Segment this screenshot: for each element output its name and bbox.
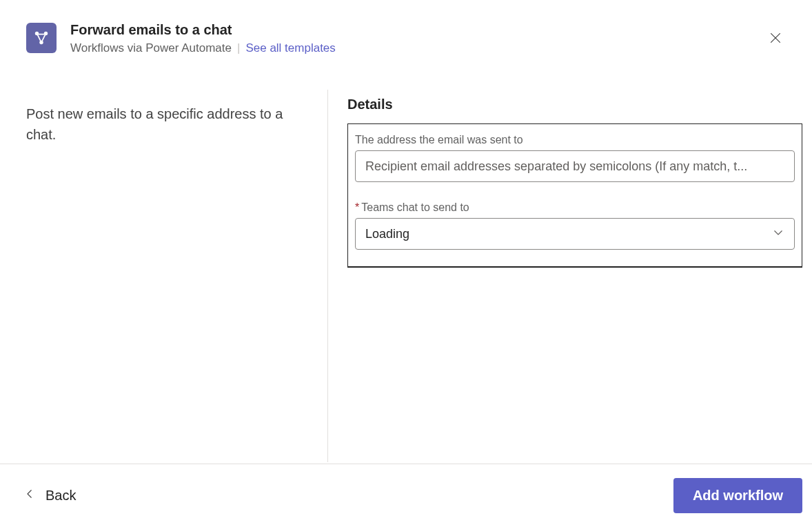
- dialog-header: Forward emails to a chat Workflows via P…: [0, 0, 812, 55]
- teams-chat-select[interactable]: Loading: [355, 218, 795, 250]
- chevron-left-icon: [23, 488, 36, 504]
- field-label-address: The address the email was sent to: [355, 134, 795, 146]
- chevron-down-icon: [772, 226, 784, 242]
- subtitle-row: Workflows via Power Automate | See all t…: [70, 41, 765, 55]
- add-workflow-button[interactable]: Add workflow: [673, 478, 802, 513]
- workflow-description: Post new emails to a specific address to…: [26, 103, 300, 145]
- workflow-icon: [26, 23, 57, 53]
- required-asterisk: *: [355, 201, 359, 213]
- fields-container: The address the email was sent to *Teams…: [347, 123, 802, 268]
- left-panel: Post new emails to a specific address to…: [0, 90, 327, 499]
- back-label: Back: [45, 488, 76, 504]
- right-panel: Details The address the email was sent t…: [328, 90, 812, 499]
- field-label-chat-text: Teams chat to send to: [361, 201, 469, 213]
- recipient-address-input[interactable]: [355, 150, 795, 182]
- header-text-block: Forward emails to a chat Workflows via P…: [70, 21, 765, 55]
- dialog-title: Forward emails to a chat: [70, 21, 765, 39]
- field-teams-chat: *Teams chat to send to Loading: [348, 201, 802, 250]
- divider-pipe: |: [237, 41, 240, 55]
- see-all-templates-link[interactable]: See all templates: [245, 41, 335, 55]
- teams-chat-value: Loading: [365, 227, 409, 241]
- details-heading: Details: [347, 97, 802, 112]
- dialog-footer: Back Add workflow: [0, 464, 812, 527]
- main-content: Post new emails to a specific address to…: [0, 90, 812, 499]
- close-button[interactable]: [765, 28, 786, 51]
- field-label-chat: *Teams chat to send to: [355, 201, 795, 214]
- close-icon: [768, 36, 783, 48]
- back-button[interactable]: Back: [18, 482, 81, 509]
- field-recipient-address: The address the email was sent to: [348, 134, 802, 182]
- subtitle-text: Workflows via Power Automate: [70, 41, 232, 55]
